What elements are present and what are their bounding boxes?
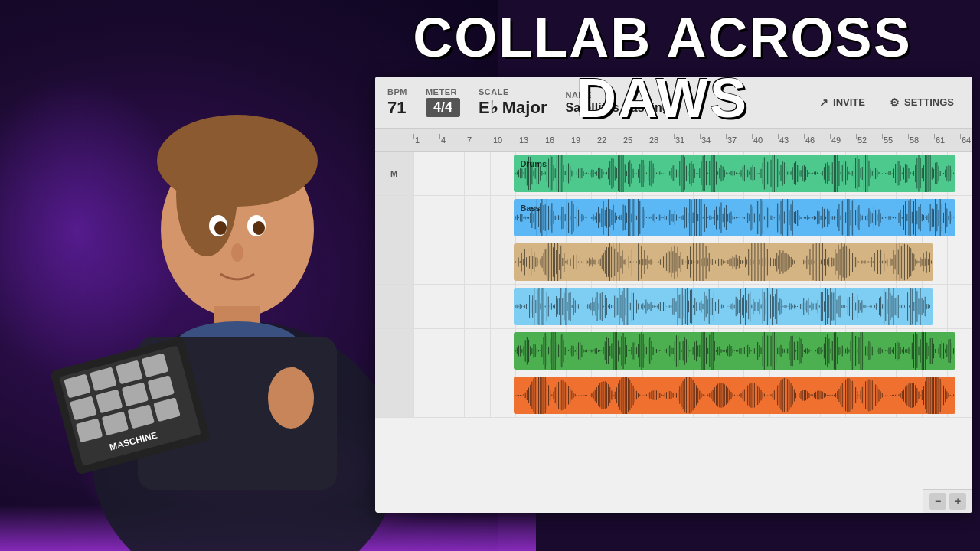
svg-point-3	[176, 134, 237, 256]
svg-point-11	[231, 243, 243, 262]
tracks-area: MDrumsBass	[375, 152, 972, 513]
grid-line	[439, 373, 439, 417]
track-row	[375, 285, 972, 329]
ruler-mark: 7	[466, 135, 492, 145]
svg-point-9	[214, 221, 227, 235]
grid-line	[464, 240, 465, 284]
track-label-drums: M	[375, 152, 413, 195]
ruler-mark: 19	[570, 135, 596, 145]
daw-body: 1471013161922252831343740434649525558616…	[375, 129, 972, 513]
waveform-track6	[514, 377, 956, 414]
track-block-bass[interactable]: Bass	[514, 199, 956, 236]
track-block-drums[interactable]: Drums	[514, 155, 956, 192]
track-content-track6[interactable]	[413, 373, 972, 417]
ruler-mark: 46	[804, 135, 830, 145]
grid-line	[464, 152, 465, 195]
waveform-drums	[514, 155, 956, 192]
grid-line	[413, 329, 414, 373]
ruler-mark: 4	[439, 135, 466, 145]
track-name-bass: Bass	[520, 204, 540, 213]
track-row	[375, 373, 972, 418]
grid-line	[464, 373, 465, 417]
waveform-track3	[514, 243, 933, 281]
ruler-mark: 10	[492, 135, 518, 145]
track-label-track5	[375, 329, 413, 373]
ruler-mark: 61	[934, 135, 960, 145]
ruler-mark: 25	[622, 135, 648, 145]
track-block-track3[interactable]	[514, 243, 933, 281]
ruler-mark: 22	[596, 135, 622, 145]
ruler-mark: 37	[726, 135, 752, 145]
grid-line	[413, 240, 414, 284]
grid-line	[947, 240, 948, 284]
daw-footer: − +	[923, 489, 972, 513]
ruler-mark: 40	[752, 135, 778, 145]
grid-line	[413, 373, 414, 417]
track-content-bass[interactable]: Bass	[413, 196, 972, 240]
grid-line	[490, 196, 491, 240]
track-label-track3	[375, 240, 413, 284]
grid-line	[464, 196, 465, 240]
ruler-marks: 1471013161922252831343740434649525558616…	[413, 135, 972, 145]
grid-line	[439, 196, 439, 240]
track-content-track5[interactable]	[413, 329, 972, 373]
ruler-mark: 52	[856, 135, 882, 145]
track-row: MDrums	[375, 152, 972, 196]
ruler-mark: 64	[960, 135, 972, 145]
track-label-bass	[375, 196, 413, 240]
ruler-mark: 49	[830, 135, 856, 145]
zoom-in-button[interactable]: +	[949, 493, 966, 510]
grid-line	[439, 285, 439, 328]
grid-line	[947, 285, 948, 328]
track-block-track4[interactable]	[514, 288, 933, 325]
ruler-mark: 13	[518, 135, 544, 145]
track-row: Bass	[375, 196, 972, 240]
track-content-track4[interactable]	[413, 285, 972, 328]
ruler-mark: 16	[544, 135, 570, 145]
track-block-track5[interactable]	[514, 332, 956, 370]
waveform-track5	[514, 332, 956, 370]
grid-line	[490, 285, 491, 328]
ruler-mark: 58	[908, 135, 934, 145]
waveform-track4	[514, 288, 933, 325]
grid-line	[413, 285, 414, 328]
track-row	[375, 240, 972, 285]
grid-line	[490, 329, 491, 373]
grid-line	[439, 240, 439, 284]
track-name-drums: Drums	[520, 159, 547, 168]
track-content-drums[interactable]: Drums	[413, 152, 972, 195]
track-row	[375, 329, 972, 373]
ruler-mark: 55	[882, 135, 908, 145]
ruler-mark: 1	[413, 135, 439, 145]
grid-line	[439, 152, 439, 195]
svg-point-10	[253, 221, 265, 235]
grid-line	[490, 240, 491, 284]
grid-line	[413, 196, 414, 240]
grid-line	[464, 329, 465, 373]
grid-line	[464, 285, 465, 328]
ruler-mark: 31	[674, 135, 700, 145]
grid-line	[490, 152, 491, 195]
track-block-track6[interactable]	[514, 377, 956, 414]
ruler-mark: 34	[700, 135, 726, 145]
svg-rect-13	[287, 367, 299, 406]
track-content-track3[interactable]	[413, 240, 972, 284]
timeline-ruler: 1471013161922252831343740434649525558616…	[375, 129, 972, 152]
grid-line	[413, 152, 414, 195]
ruler-mark: 28	[648, 135, 674, 145]
waveform-bass	[514, 199, 956, 236]
grid-line	[490, 373, 491, 417]
grid-line	[439, 329, 439, 373]
daw-panel: BPM 71 METER 4/4 SCALE E♭ Major NAME Sat…	[375, 77, 972, 513]
track-label-track6	[375, 373, 413, 417]
track-label-track4	[375, 285, 413, 328]
ruler-mark: 43	[778, 135, 804, 145]
zoom-out-button[interactable]: −	[929, 493, 946, 510]
main-title: COLLAB ACROSS DAWS	[345, 8, 980, 129]
